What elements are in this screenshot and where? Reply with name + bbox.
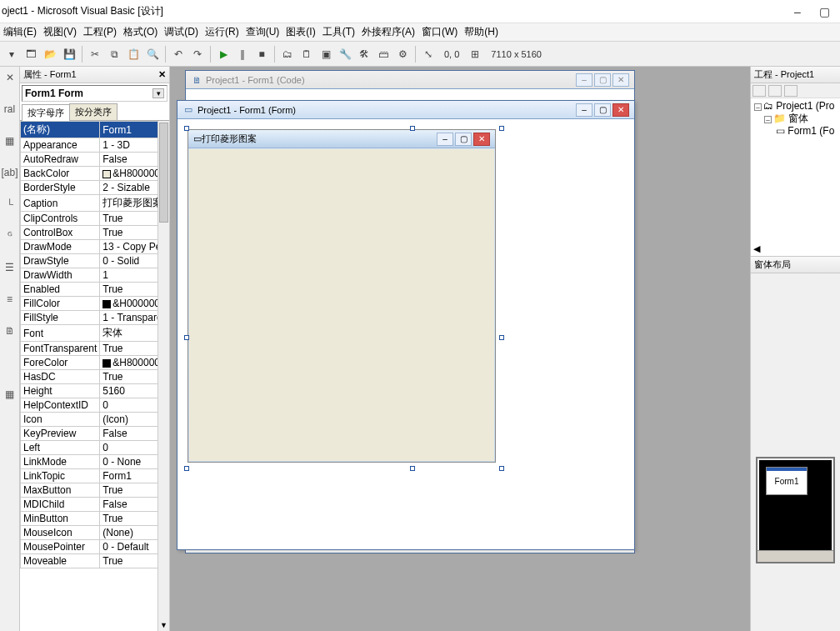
form-layout-thumbnail[interactable]: Form1: [756, 457, 835, 563]
menu-edit[interactable]: 编辑(E): [3, 25, 37, 39]
properties-close-icon[interactable]: ✕: [158, 69, 166, 80]
property-row[interactable]: (名称)Form1: [21, 122, 170, 138]
view-code-icon[interactable]: [752, 85, 766, 97]
code-window-titlebar[interactable]: 🗎 Project1 - Form1 (Code) – ▢ ✕: [186, 71, 634, 89]
strip-hscroll-icon[interactable]: ≡: [2, 292, 18, 307]
menu-help[interactable]: 帮助(H): [464, 25, 498, 39]
tab-alphabetic[interactable]: 按字母序: [22, 104, 70, 121]
form-window-titlebar[interactable]: ▭ Project1 - Form1 (Form) – ▢ ✕: [178, 101, 634, 119]
property-row[interactable]: MouseIcon(None): [21, 526, 170, 540]
property-row[interactable]: ForeColor&H80000012&: [21, 356, 170, 370]
property-row[interactable]: ControlBoxTrue: [21, 226, 170, 240]
property-row[interactable]: AutoRedrawFalse: [21, 153, 170, 167]
menu-run[interactable]: 运行(R): [205, 25, 239, 39]
property-row[interactable]: Caption打印菱形图案: [21, 195, 170, 212]
minimize-icon[interactable]: –: [790, 5, 805, 18]
design-surface[interactable]: ▭ 打印菱形图案 – ▢ ✕: [181, 123, 631, 546]
property-row[interactable]: HasDCTrue: [21, 370, 170, 384]
tb-dataview-icon[interactable]: 🗃: [375, 46, 392, 63]
view-object-icon[interactable]: [768, 85, 782, 97]
menu-debug[interactable]: 调试(D): [164, 25, 198, 39]
tb-paste-icon[interactable]: 📋: [125, 46, 142, 63]
strip-picturebox-icon[interactable]: ▦: [2, 133, 18, 148]
strip-label-icon[interactable]: [ab]: [2, 165, 18, 180]
scroll-thumb[interactable]: [159, 123, 168, 223]
menu-window[interactable]: 窗口(W): [422, 25, 458, 39]
tb-cut-icon[interactable]: ✂: [87, 46, 103, 63]
tb-copy-icon[interactable]: ⧉: [106, 46, 122, 63]
tb-save-icon[interactable]: 💾: [61, 46, 78, 63]
form-designer-window[interactable]: ▭ Project1 - Form1 (Form) – ▢ ✕ ▭ 打印菱形图案: [177, 100, 635, 550]
strip-file-icon[interactable]: [2, 355, 18, 370]
resize-handle[interactable]: [410, 466, 415, 471]
property-row[interactable]: ClipControlsTrue: [21, 212, 170, 226]
tb-formlayout-icon[interactable]: ▣: [318, 46, 334, 63]
property-row[interactable]: KeyPreviewFalse: [21, 427, 170, 441]
property-row[interactable]: DrawMode13 - Copy Pen: [21, 240, 170, 254]
property-row[interactable]: LinkMode0 - None: [21, 455, 170, 469]
strip-close-icon[interactable]: ✕: [2, 70, 18, 85]
close-icon[interactable]: ✕: [473, 133, 490, 146]
dropdown-icon[interactable]: ▾: [152, 88, 164, 98]
close-icon[interactable]: ✕: [612, 73, 629, 87]
property-row[interactable]: EnabledTrue: [21, 283, 170, 297]
strip-general-label[interactable]: ral: [2, 102, 18, 117]
properties-object-selector[interactable]: Form1 Form ▾: [22, 85, 168, 102]
tb-run-icon[interactable]: ▶: [215, 46, 232, 63]
menu-chart[interactable]: 图表(I): [286, 25, 315, 39]
tb-properties-icon[interactable]: 🗒: [298, 46, 315, 63]
tree-folder[interactable]: –📁 窗体: [752, 113, 838, 125]
tb-find-icon[interactable]: 🔍: [144, 46, 161, 63]
toggle-folders-icon[interactable]: [784, 85, 798, 97]
project-explorer-tree[interactable]: –🗂 Project1 (Pro –📁 窗体 ▭ Form1 (Fo ◀: [751, 98, 840, 257]
tb-componentmgr-icon[interactable]: ⚙: [394, 46, 411, 63]
design-form[interactable]: ▭ 打印菱形图案 – ▢ ✕: [188, 129, 496, 463]
menu-view[interactable]: 视图(V): [43, 25, 77, 39]
maximize-icon[interactable]: ▢: [594, 73, 611, 87]
tb-toolbox-icon[interactable]: 🛠: [356, 46, 372, 63]
property-row[interactable]: MinButtonTrue: [21, 512, 170, 526]
tb-projectexplorer-icon[interactable]: 🗂: [279, 46, 296, 63]
menu-project[interactable]: 工程(P): [83, 25, 117, 39]
menu-tools[interactable]: 工具(T): [322, 25, 355, 39]
property-row[interactable]: Icon(Icon): [21, 413, 170, 427]
design-form-body[interactable]: [189, 149, 494, 461]
menu-query[interactable]: 查询(U): [246, 25, 280, 39]
properties-scrollbar[interactable]: ▲ ▼: [158, 121, 169, 631]
property-row[interactable]: MDIChildFalse: [21, 498, 170, 512]
property-row[interactable]: MoveableTrue: [21, 554, 170, 568]
minimize-icon[interactable]: –: [437, 133, 453, 146]
tb-stop-icon[interactable]: ■: [253, 46, 270, 63]
property-row[interactable]: MousePointer0 - Default: [21, 540, 170, 554]
scroll-down-icon[interactable]: ▼: [158, 619, 169, 631]
maximize-icon[interactable]: ▢: [594, 103, 611, 117]
property-row[interactable]: MaxButtonTrue: [21, 483, 170, 498]
layout-form-preview[interactable]: Form1: [766, 467, 808, 495]
minimize-icon[interactable]: –: [576, 103, 592, 117]
property-row[interactable]: HelpContextID0: [21, 398, 170, 413]
minimize-icon[interactable]: –: [576, 73, 592, 87]
resize-handle[interactable]: [184, 466, 189, 471]
back-icon[interactable]: ◀: [753, 243, 760, 254]
property-row[interactable]: BorderStyle2 - Sizable: [21, 181, 170, 195]
tb-objectbrowser-icon[interactable]: 🔧: [337, 46, 353, 63]
resize-handle[interactable]: [499, 126, 504, 131]
tb-open-icon[interactable]: 📂: [42, 46, 58, 63]
property-row[interactable]: DrawStyle0 - Solid: [21, 254, 170, 268]
property-row[interactable]: Font宋体: [21, 325, 170, 342]
property-row[interactable]: Appearance1 - 3D: [21, 138, 170, 153]
property-row[interactable]: FontTransparentTrue: [21, 342, 170, 356]
strip-frame-icon[interactable]: └: [2, 197, 18, 212]
property-row[interactable]: FillColor&H00000000&: [21, 297, 170, 311]
resize-handle[interactable]: [184, 126, 189, 131]
property-row[interactable]: Left0: [21, 441, 170, 455]
resize-handle[interactable]: [184, 335, 189, 340]
tb-addform-icon[interactable]: 🗔: [22, 46, 39, 63]
strip-drive-icon[interactable]: 🗎: [2, 323, 18, 338]
resize-handle[interactable]: [499, 466, 504, 471]
property-row[interactable]: LinkTopicForm1: [21, 469, 170, 483]
close-icon[interactable]: ✕: [612, 103, 629, 117]
tb-pause-icon[interactable]: ‖: [234, 46, 251, 63]
resize-handle[interactable]: [410, 126, 415, 131]
tree-root[interactable]: –🗂 Project1 (Pro: [752, 100, 838, 113]
